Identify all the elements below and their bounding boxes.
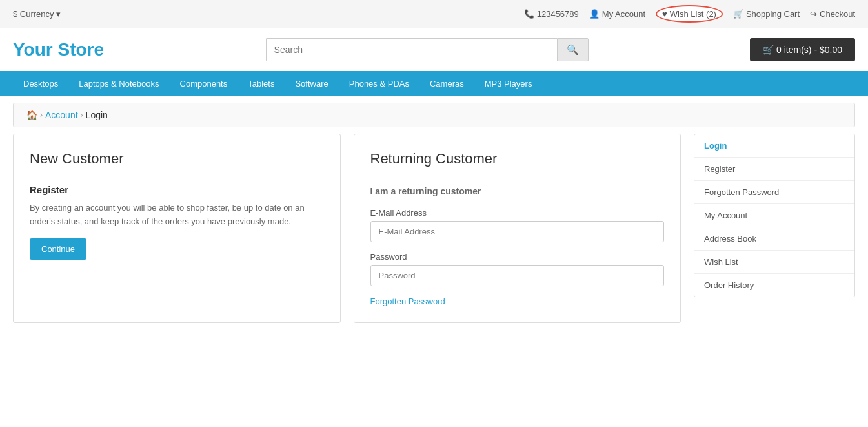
sidebar-item-wish-list[interactable]: Wish List [694,251,854,274]
currency-label: $ Currency [13,9,54,19]
main-content: New Customer Register By creating an acc… [0,134,868,336]
new-customer-register-heading: Register [30,184,324,195]
new-customer-title: New Customer [30,151,324,174]
password-label: Password [370,252,665,262]
home-icon: 🏠 [26,110,37,120]
breadcrumb: 🏠 › Account › Login [13,103,855,127]
continue-button[interactable]: Continue [30,238,86,260]
currency-button[interactable]: $ Currency ▾ [13,9,61,19]
cards-container: New Customer Register By creating an acc… [13,134,681,323]
shopping-cart-link[interactable]: 🛒 Shopping Cart [733,9,800,19]
sidebar-item-address-book[interactable]: Address Book [694,227,854,251]
sidebar-item-register[interactable]: Register [694,158,854,181]
top-bar: $ Currency ▾ 📞 123456789 👤 My Account ♥ … [0,0,868,28]
nav-laptops[interactable]: Laptops & Notebooks [68,71,169,96]
currency-dropdown-icon: ▾ [56,9,61,19]
store-name[interactable]: Your Store [13,39,104,60]
sidebar-item-forgotten-password[interactable]: Forgotten Password [694,181,854,204]
breadcrumb-sep-1: › [40,110,43,120]
sidebar-item-my-account[interactable]: My Account [694,204,854,227]
nav-desktops[interactable]: Desktops [13,71,68,96]
phone-number: 📞 123456789 [524,9,579,19]
breadcrumb-home[interactable]: 🏠 [26,110,37,120]
sidebar-item-order-history[interactable]: Order History [694,274,854,297]
wish-list-link[interactable]: ♥ Wish List (2) [656,5,723,23]
header: Your Store 🔍 🛒 0 item(s) - $0.00 [0,28,868,71]
sidebar-item-login[interactable]: Login [694,134,854,158]
top-bar-left: $ Currency ▾ [13,9,61,19]
phone-icon: 📞 [524,9,534,19]
search-container: 🔍 [266,38,589,61]
cart-button[interactable]: 🛒 0 item(s) - $0.00 [750,38,855,61]
my-account-link[interactable]: 👤 My Account [589,9,645,19]
new-customer-card: New Customer Register By creating an acc… [13,134,341,323]
breadcrumb-sep-2: › [81,110,83,120]
top-bar-right: 📞 123456789 👤 My Account ♥ Wish List (2)… [524,5,855,23]
nav-bar: Desktops Laptops & Notebooks Components … [0,71,868,96]
returning-customer-title: Returning Customer [370,151,665,174]
sidebar-list: Login Register Forgotten Password My Acc… [694,134,855,297]
email-form-group: E-Mail Address [370,208,665,242]
nav-components[interactable]: Components [170,71,238,96]
user-icon: 👤 [589,9,600,19]
new-customer-description: By creating an account you will be able … [30,202,324,229]
forgotten-password-link[interactable]: Forgotten Password [370,297,445,306]
nav-phones[interactable]: Phones & PDAs [339,71,419,96]
search-input[interactable] [266,38,557,61]
password-input[interactable] [370,265,665,286]
cart-icon: 🛒 [763,45,774,55]
nav-cameras[interactable]: Cameras [419,71,474,96]
breadcrumb-login: Login [86,110,108,120]
email-input[interactable] [370,221,665,242]
heart-icon: ♥ [662,9,667,19]
breadcrumb-account[interactable]: Account [45,110,78,120]
nav-software[interactable]: Software [285,71,338,96]
cart-icon: 🛒 [733,9,743,19]
nav-tablets[interactable]: Tablets [237,71,285,96]
search-icon: 🔍 [567,44,579,55]
nav-mp3[interactable]: MP3 Players [474,71,543,96]
returning-customer-subtitle: I am a returning customer [370,184,665,198]
password-form-group: Password [370,252,665,286]
sidebar: Login Register Forgotten Password My Acc… [694,134,855,323]
search-button[interactable]: 🔍 [557,38,589,61]
returning-customer-card: Returning Customer I am a returning cust… [354,134,681,323]
checkout-icon: ↪ [810,9,817,19]
checkout-link[interactable]: ↪ Checkout [810,9,855,19]
email-label: E-Mail Address [370,208,665,218]
